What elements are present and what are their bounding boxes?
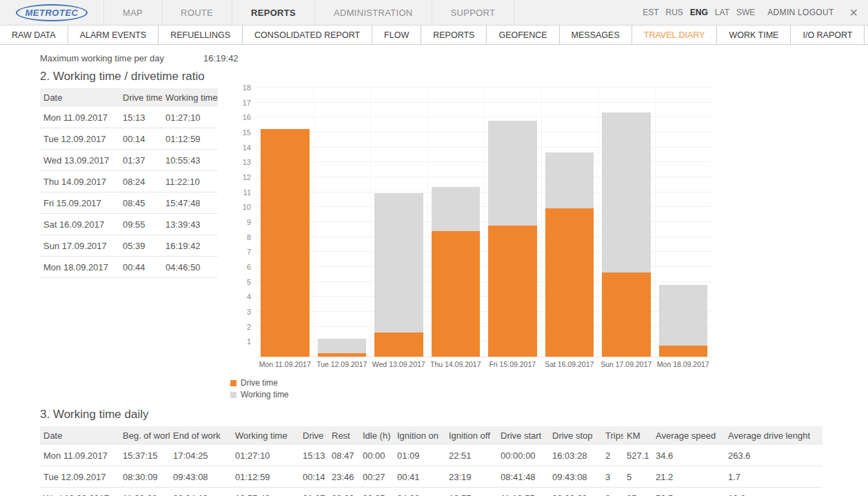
chart-plot-outer: 123456789101112131415161718 Mon 11.09.20… [230, 88, 720, 374]
table-cell: 00:00:00 [497, 445, 549, 466]
table-row: Sat 16.09.201709:5513:39:43 [40, 214, 218, 235]
tab-refuellings[interactable]: REFUELLINGS [159, 26, 243, 44]
table-cell: 2 [602, 445, 623, 466]
language-lat[interactable]: LAT [715, 8, 729, 17]
column-header: Average speed [652, 426, 725, 445]
column-header: Date [40, 88, 119, 107]
tab-geofence[interactable]: GEOFENCE [487, 26, 559, 44]
table-row: Thu 14.09.201708:2411:22:10 [40, 171, 218, 192]
table-cell: 22:51 [445, 445, 497, 466]
daily-table: DateBeg. of workEnd of workWorking timeD… [40, 426, 822, 496]
table-cell: Sun 17.09.2017 [40, 235, 119, 257]
gridline [427, 88, 428, 357]
table-row: Wed 13.09.201711:08:3622:04:1910:55:4301… [40, 488, 822, 496]
admin-logout-link[interactable]: ADMIN LOGOUT [767, 8, 834, 17]
menu-item-administration[interactable]: ADMINISTRATION [314, 0, 431, 25]
menu-item-route[interactable]: ROUTE [161, 0, 232, 25]
table-cell: 3 [602, 466, 623, 488]
table-row: Tue 12.09.201700:1401:12:59 [40, 128, 218, 150]
close-icon[interactable]: ✕ [849, 6, 858, 19]
max-working-time-row: Maximum working time per day 16:19:42 [40, 53, 868, 63]
table-cell: 01:37 [299, 488, 328, 496]
table-row: Fri 15.09.201708:4515:47:48 [40, 192, 218, 214]
legend-item-working-time: Working time [230, 390, 720, 399]
table-cell: 13:39:43 [162, 214, 218, 235]
y-axis-tick: 11 [233, 188, 251, 197]
y-axis-tick: 7 [233, 248, 251, 256]
tab-travel-diary[interactable]: TRAVEL DIARY [632, 26, 718, 44]
language-eng[interactable]: ENG [690, 8, 708, 17]
top-navigation: METROTEC MAPROUTEREPORTSADMINISTRATIONSU… [0, 0, 868, 26]
table-cell: 00:14 [119, 128, 162, 150]
legend-item-drive-time: Drive time [230, 378, 720, 388]
metrotec-logo[interactable]: METROTEC [16, 4, 88, 21]
x-axis-tick: Wed 13.09.2017 [370, 360, 427, 368]
tab-raw-data[interactable]: RAW DATA [0, 26, 68, 44]
tab-consolidated-report[interactable]: CONSOLIDATED REPORT [243, 26, 372, 44]
x-axis-tick: Thu 14.09.2017 [427, 360, 485, 368]
legend-swatch [230, 392, 236, 398]
table-row: Sun 17.09.201705:3916:19:42 [40, 235, 218, 257]
legend-label: Drive time [241, 378, 278, 388]
table-cell: Tue 12.09.2017 [40, 466, 119, 488]
table-cell: 10:55:43 [162, 150, 218, 171]
table-row: Mon 11.09.201715:37:1517:04:2501:27:1015… [40, 445, 822, 466]
column-header: End of work [170, 426, 232, 445]
bar-drive-time [602, 272, 651, 357]
table-cell: 00:14 [299, 466, 328, 488]
column-header: Date [40, 426, 119, 445]
tab-work-time[interactable]: WORK TIME [717, 26, 791, 44]
menu-item-map[interactable]: MAP [103, 0, 161, 25]
gridline [598, 88, 598, 357]
tab-speeds[interactable]: SPEEDS [865, 26, 868, 44]
report-content: Maximum working time per day 16:19:42 2.… [0, 45, 868, 496]
table-cell: 02:25 [359, 488, 394, 496]
tab-flow[interactable]: FLOW [372, 26, 421, 44]
column-header: Working time [232, 426, 299, 445]
gridline [484, 88, 485, 357]
table-cell: 19:57 [445, 488, 497, 496]
table-cell: 09:55 [119, 214, 162, 235]
bar-drive-time [318, 353, 367, 357]
language-est[interactable]: EST [643, 8, 658, 17]
table-cell: 527.1 [623, 445, 652, 466]
table-cell: 1.7 [725, 466, 822, 488]
table-cell: 15:13 [119, 107, 162, 128]
table-cell: 01:12:59 [232, 466, 299, 488]
tab-i-o-raport[interactable]: I/O RAPORT [791, 26, 865, 44]
bar-drive-time [488, 226, 537, 357]
table-cell: Wed 13.09.2017 [40, 150, 119, 171]
tab-alarm-events[interactable]: ALARM EVENTS [68, 26, 159, 44]
table-cell: 08:30:09 [119, 466, 170, 488]
y-axis-tick: 6 [233, 263, 251, 271]
column-header: Trips [602, 426, 623, 445]
table-row: Wed 13.09.201701:3710:55:43 [40, 150, 218, 171]
tab-messages[interactable]: MESSAGES [560, 26, 632, 44]
gridline [541, 88, 542, 357]
table-cell: 00:44 [119, 257, 162, 278]
column-header: Drive stop [549, 426, 602, 445]
menu-item-reports[interactable]: REPORTS [232, 0, 314, 25]
menu-item-support[interactable]: SUPPORT [432, 0, 515, 25]
language-swe[interactable]: SWE [736, 8, 755, 17]
x-axis-tick: Fri 15.09.2017 [484, 360, 541, 368]
table-cell: 05:39 [119, 235, 162, 257]
tab-reports[interactable]: REPORTS [421, 26, 487, 44]
language-rus[interactable]: RUS [665, 8, 683, 17]
table-cell: 11:13:55 [497, 488, 549, 496]
table-cell: Wed 13.09.2017 [40, 488, 119, 496]
max-working-time-label: Maximum working time per day [40, 53, 203, 63]
column-header: Ignition on [394, 426, 445, 445]
bar-drive-time [432, 231, 481, 357]
table-cell: 04:03 [394, 488, 445, 496]
y-axis-tick: 18 [233, 83, 251, 92]
table-cell: 15:13 [299, 445, 328, 466]
table-cell: 09:43:08 [549, 466, 602, 488]
table-cell: 10:55:43 [232, 488, 299, 496]
table-cell: 01:12:59 [162, 128, 218, 150]
table-cell: Fri 15.09.2017 [40, 192, 119, 214]
y-axis-tick: 12 [233, 173, 251, 181]
table-cell: 16:19:42 [162, 235, 218, 257]
table-cell: 09:43:08 [170, 466, 232, 488]
table-cell: 23:19 [445, 466, 497, 488]
